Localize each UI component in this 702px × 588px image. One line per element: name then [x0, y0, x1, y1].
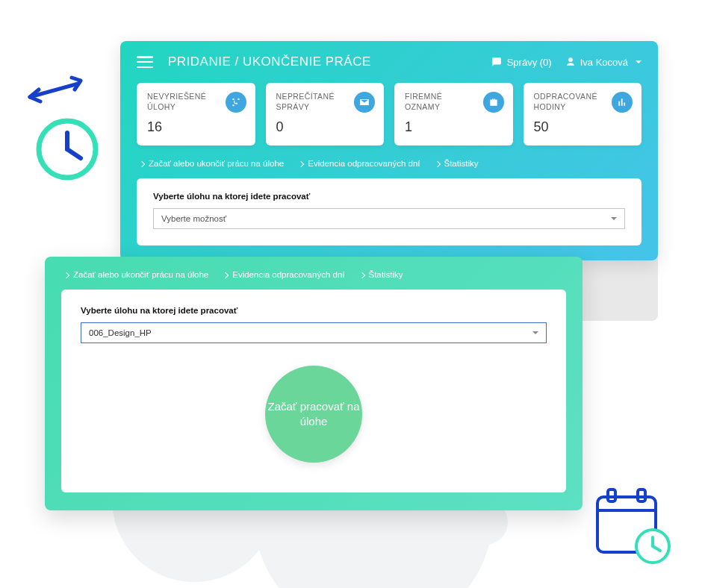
stat-tile-hours[interactable]: ODPRACOVANÉ HODINY 50 [524, 83, 642, 146]
page-title: PRIDANIE / UKONČENIE PRÁCE [168, 54, 371, 69]
topbar: PRIDANIE / UKONČENIE PRÁCE Správy (0) Iv… [120, 41, 658, 83]
main-card: PRIDANIE / UKONČENIE PRÁCE Správy (0) Iv… [120, 41, 658, 260]
stats-row: NEVYRIEŠENÉ ÚLOHY 16 NEPREČÍTANÉ SPRÁVY … [120, 83, 658, 146]
briefcase-icon [483, 92, 504, 113]
chevron-right-icon [435, 159, 440, 168]
stat-label: NEVYRIEŠENÉ ÚLOHY [147, 92, 222, 112]
chevron-right-icon [64, 270, 69, 279]
stat-value: 50 [534, 119, 632, 135]
svg-line-2 [67, 149, 81, 158]
crumb-stats[interactable]: Štatistiky [360, 270, 403, 279]
task-action-panel: Vyberte úlohu na ktorej idete pracovať 0… [61, 290, 566, 492]
clock-swap-icon [22, 75, 112, 187]
stat-value: 0 [276, 119, 374, 135]
stat-tile-announcements[interactable]: FIREMNÉ OZNAMY 1 [394, 83, 513, 146]
user-name: Iva Kocová [580, 57, 628, 68]
task-select-active[interactable]: 006_Design_HP [81, 322, 547, 343]
stat-tile-tasks[interactable]: NEVYRIEŠENÉ ÚLOHY 16 [137, 83, 255, 146]
stat-tile-messages[interactable]: NEPREČÍTANÉ SPRÁVY 0 [266, 83, 385, 146]
crumb-work[interactable]: Začať alebo ukončiť prácu na úlohe [64, 270, 208, 279]
task-select[interactable]: Vyberte možnosť [153, 208, 625, 229]
stat-label: ODPRACOVANÉ HODINY [534, 92, 609, 112]
messages-link[interactable]: Správy (0) [491, 57, 552, 68]
branch-icon [226, 92, 246, 113]
crumb-stats[interactable]: Štatistiky [435, 159, 479, 168]
crumb-evidence[interactable]: Evidencia odpracovaných dní [223, 270, 344, 279]
crumb-label: Začať alebo ukončiť prácu na úlohe [73, 270, 208, 279]
chevron-right-icon [299, 159, 303, 168]
secondary-card: Začať alebo ukončiť prácu na úlohe Evide… [45, 257, 583, 510]
start-work-button[interactable]: Začať pracovať na úlohe [265, 366, 362, 463]
stat-label: FIREMNÉ OZNAMY [405, 92, 479, 112]
mail-icon [354, 92, 375, 113]
crumb-label: Evidencia odpracovaných dní [308, 159, 420, 168]
stat-value: 1 [405, 119, 503, 135]
breadcrumb: Začať alebo ukončiť prácu na úlohe Evide… [45, 257, 583, 290]
crumb-evidence[interactable]: Evidencia odpracovaných dní [299, 159, 420, 168]
chart-icon [612, 92, 633, 113]
chevron-right-icon [223, 270, 228, 279]
user-menu[interactable]: Iva Kocová [565, 57, 642, 68]
crumb-work[interactable]: Začať alebo ukončiť prácu na úlohe [140, 159, 284, 168]
crumb-label: Začať alebo ukončiť prácu na úlohe [149, 159, 284, 168]
crumb-label: Štatistiky [369, 270, 403, 279]
panel-label: Vyberte úlohu na ktorej idete pracovať [153, 192, 625, 201]
chevron-right-icon [360, 270, 364, 279]
stat-value: 16 [147, 119, 245, 135]
start-work-label: Začať pracovať na úlohe [265, 399, 362, 430]
select-value: 006_Design_HP [89, 328, 152, 337]
messages-label: Správy (0) [507, 57, 552, 68]
select-placeholder: Vyberte možnosť [161, 214, 226, 223]
crumb-label: Evidencia odpracovaných dní [232, 270, 344, 279]
breadcrumb: Začať alebo ukončiť prácu na úlohe Evide… [120, 146, 658, 178]
calendar-clock-icon [591, 485, 674, 567]
crumb-label: Štatistiky [444, 159, 479, 168]
chevron-right-icon [140, 159, 144, 168]
person-icon [565, 57, 576, 67]
panel-label: Vyberte úlohu na ktorej idete pracovať [81, 306, 547, 315]
menu-icon[interactable] [137, 56, 153, 68]
chat-icon [491, 57, 503, 67]
stat-label: NEPREČÍTANÉ SPRÁVY [276, 92, 351, 112]
task-select-panel: Vyberte úlohu na ktorej idete pracovať V… [137, 178, 642, 245]
